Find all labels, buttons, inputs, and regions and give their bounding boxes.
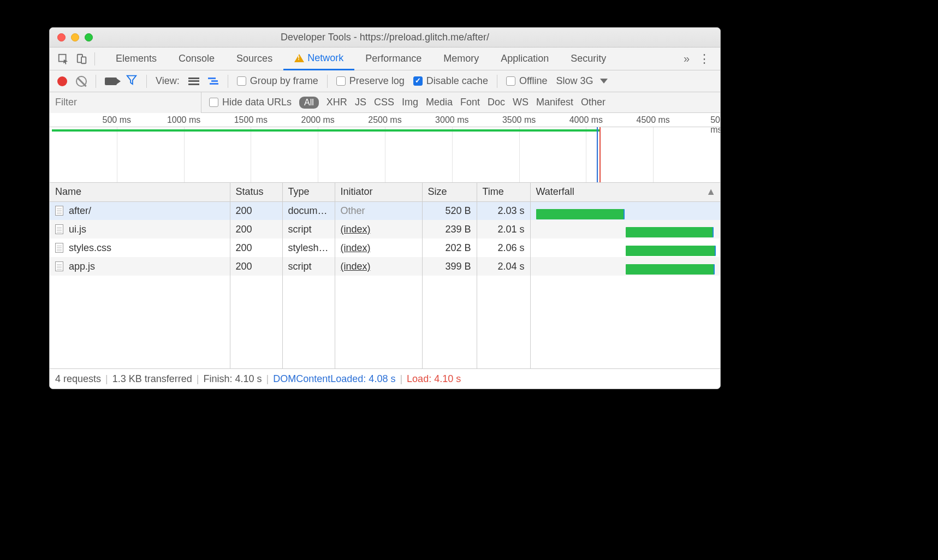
initiator-link[interactable]: (index) — [341, 242, 371, 253]
tab-performance[interactable]: Performance — [354, 47, 432, 70]
timeline-overview[interactable]: 500 ms1000 ms1500 ms2000 ms2500 ms3000 m… — [50, 113, 720, 183]
tab-label: Elements — [116, 53, 157, 64]
status-domcontentloaded: DOMContentLoaded: 4.08 s — [273, 373, 395, 385]
request-status: 200 — [230, 220, 282, 239]
tab-sources[interactable]: Sources — [225, 47, 283, 70]
throttling-select[interactable]: Slow 3G — [556, 75, 608, 87]
column-header-initiator[interactable]: Initiator — [335, 183, 422, 201]
large-rows-icon[interactable] — [188, 78, 199, 85]
inspect-element-icon[interactable] — [57, 54, 69, 64]
request-size: 239 B — [422, 220, 477, 239]
titlebar: Developer Tools - https://preload.glitch… — [50, 28, 720, 47]
column-header-type[interactable]: Type — [282, 183, 335, 201]
clear-button[interactable] — [76, 76, 87, 87]
tabs-trailing: » ⋮ — [678, 52, 716, 66]
status-requests: 4 requests — [55, 373, 101, 385]
overview-tick: 1000 ms — [167, 115, 200, 125]
tab-label: Sources — [236, 53, 272, 64]
filter-icon[interactable] — [126, 74, 138, 88]
disable-cache-checkbox[interactable] — [413, 76, 423, 86]
initiator-link[interactable]: (index) — [341, 261, 371, 272]
column-header-name[interactable]: Name — [50, 183, 230, 201]
tab-label: Memory — [443, 53, 479, 64]
tab-application[interactable]: Application — [490, 47, 560, 70]
filter-type-img[interactable]: Img — [402, 97, 418, 108]
separator — [94, 52, 95, 65]
request-size: 520 B — [422, 201, 477, 220]
tab-security[interactable]: Security — [560, 47, 617, 70]
offline-option[interactable]: Offline — [506, 75, 548, 87]
waterfall-overview-icon[interactable] — [208, 78, 219, 85]
separator — [327, 75, 328, 88]
overview-tick: 3500 ms — [502, 115, 536, 125]
filter-type-ws[interactable]: WS — [513, 97, 529, 108]
column-header-status[interactable]: Status — [230, 183, 282, 201]
more-tabs-icon[interactable]: » — [684, 52, 690, 65]
filter-type-media[interactable]: Media — [426, 97, 453, 108]
group-by-frame-option[interactable]: Group by frame — [237, 75, 318, 87]
table-row[interactable]: styles.css200stylesh…(index)202 B2.06 s — [50, 239, 721, 257]
request-type: stylesh… — [282, 239, 335, 257]
group-by-frame-checkbox[interactable] — [237, 76, 246, 86]
preserve-log-label: Preserve log — [349, 75, 405, 87]
tab-network[interactable]: Network — [283, 47, 354, 70]
initiator-link[interactable]: (index) — [341, 224, 371, 235]
column-header-waterfall[interactable]: Waterfall▲ — [530, 183, 721, 201]
tab-label: Application — [501, 53, 549, 64]
table-row[interactable]: after/200docum…Other520 B2.03 s — [50, 201, 721, 220]
preserve-log-checkbox[interactable] — [336, 76, 346, 86]
filter-input[interactable] — [50, 92, 201, 113]
traffic-lights — [50, 33, 93, 41]
filter-type-xhr[interactable]: XHR — [326, 97, 347, 108]
request-name: ui.js — [69, 224, 86, 235]
status-bar: 4 requests | 1.3 KB transferred | Finish… — [50, 369, 720, 389]
request-name: after/ — [69, 205, 91, 217]
tab-label: Performance — [365, 53, 421, 64]
disable-cache-option[interactable]: Disable cache — [413, 75, 488, 87]
tab-label: Console — [179, 53, 215, 64]
panel-tabs-row: ElementsConsoleSourcesNetworkPerformance… — [50, 47, 720, 70]
sort-indicator-icon: ▲ — [706, 186, 716, 198]
table-row[interactable]: app.js200script(index)399 B2.04 s — [50, 257, 721, 276]
request-status: 200 — [230, 201, 282, 220]
request-time: 2.03 s — [477, 201, 530, 220]
tab-console[interactable]: Console — [168, 47, 225, 70]
capture-screenshots-icon[interactable] — [105, 78, 117, 85]
filter-type-font[interactable]: Font — [460, 97, 480, 108]
close-window-button[interactable] — [57, 33, 66, 41]
request-name: app.js — [69, 261, 95, 272]
filter-type-js[interactable]: JS — [355, 97, 366, 108]
window-title: Developer Tools - https://preload.glitch… — [50, 32, 720, 43]
status-finish: Finish: 4.10 s — [204, 373, 262, 385]
filter-type-css[interactable]: CSS — [374, 97, 394, 108]
filter-type-manifest[interactable]: Manifest — [536, 97, 573, 108]
filter-type-other[interactable]: Other — [581, 97, 605, 108]
column-header-size[interactable]: Size — [422, 183, 477, 201]
overview-load-bar — [52, 129, 599, 132]
view-label: View: — [156, 75, 180, 87]
record-button[interactable] — [57, 76, 67, 86]
preserve-log-option[interactable]: Preserve log — [336, 75, 405, 87]
column-header-time[interactable]: Time — [477, 183, 530, 201]
devtools-window: Developer Tools - https://preload.glitch… — [49, 27, 721, 389]
hide-data-urls-checkbox[interactable] — [209, 98, 218, 107]
request-size: 399 B — [422, 257, 477, 276]
status-transferred: 1.3 KB transferred — [112, 373, 192, 385]
kebab-menu-icon[interactable]: ⋮ — [698, 52, 710, 66]
filter-type-doc[interactable]: Doc — [488, 97, 505, 108]
hide-data-urls-option[interactable]: Hide data URLs — [209, 97, 292, 108]
tab-elements[interactable]: Elements — [105, 47, 168, 70]
chevron-down-icon — [600, 79, 608, 84]
tab-memory[interactable]: Memory — [432, 47, 490, 70]
offline-checkbox[interactable] — [506, 76, 515, 86]
overview-tick: 2500 ms — [368, 115, 401, 125]
panel-tabs: ElementsConsoleSourcesNetworkPerformance… — [105, 47, 678, 70]
filter-type-all[interactable]: All — [299, 97, 319, 109]
separator — [146, 75, 147, 88]
table-row[interactable]: ui.js200script(index)239 B2.01 s — [50, 220, 721, 239]
zoom-window-button[interactable] — [85, 33, 93, 41]
file-icon — [55, 206, 63, 216]
waterfall-cell — [530, 201, 721, 220]
minimize-window-button[interactable] — [71, 33, 79, 41]
device-toolbar-icon[interactable] — [76, 54, 88, 64]
